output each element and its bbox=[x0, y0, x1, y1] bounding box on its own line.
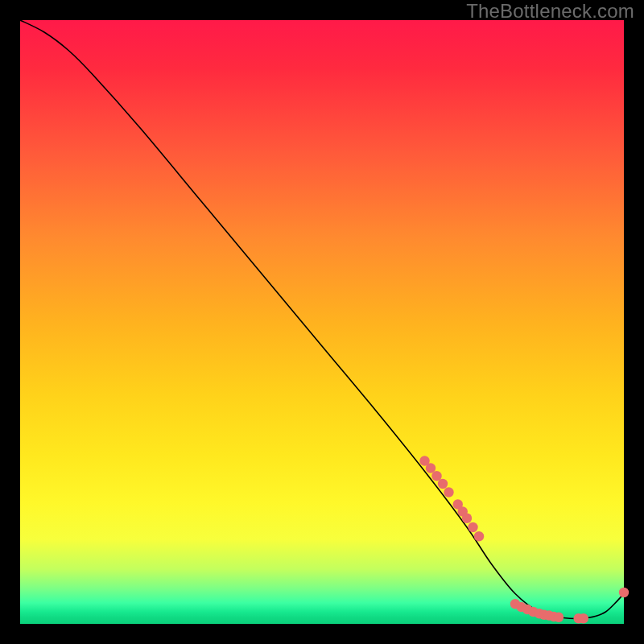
watermark-text: TheBottleneck.com bbox=[466, 0, 634, 23]
data-marker bbox=[426, 463, 436, 473]
data-marker bbox=[468, 522, 477, 532]
data-marker bbox=[444, 487, 453, 497]
data-marker bbox=[579, 613, 588, 623]
data-marker bbox=[474, 531, 484, 541]
data-marker bbox=[554, 613, 564, 622]
marker-group bbox=[419, 456, 629, 623]
chart-stage: TheBottleneck.com bbox=[0, 0, 644, 644]
data-marker bbox=[462, 514, 472, 523]
data-marker bbox=[619, 588, 629, 597]
curve-svg bbox=[20, 20, 624, 624]
bottleneck-curve bbox=[20, 20, 624, 618]
data-marker bbox=[438, 479, 448, 489]
data-marker bbox=[431, 471, 441, 481]
plot-area bbox=[20, 20, 624, 624]
